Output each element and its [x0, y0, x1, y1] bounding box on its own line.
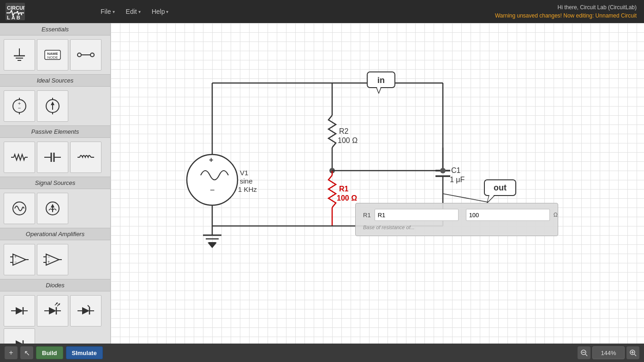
component-inductor[interactable]: [70, 142, 101, 173]
signal-sources-items: [0, 189, 110, 228]
svg-text:LAB: LAB: [7, 15, 22, 20]
bottom-toolbar: + ↖ Build SImulate: [0, 344, 644, 362]
component-voltage-source[interactable]: +−: [4, 90, 35, 122]
warning-text: Warning unsaved changes! Now editing: Un…: [495, 12, 637, 20]
component-ac-voltage[interactable]: [4, 193, 35, 224]
section-signal-sources: Signal Sources: [0, 177, 110, 189]
component-resistor[interactable]: [4, 142, 35, 173]
svg-marker-71: [82, 307, 89, 315]
passive-elements-items: [0, 138, 110, 177]
nav-menu: File ▾ Edit ▾ Help ▾: [92, 5, 173, 18]
svg-text:−: −: [48, 255, 50, 259]
svg-point-21: [78, 53, 81, 57]
svg-text:sine: sine: [240, 177, 253, 185]
svg-marker-76: [16, 340, 23, 344]
component-zener[interactable]: [70, 295, 101, 326]
section-essentials: Essentials: [0, 23, 110, 36]
svg-text:−: −: [14, 260, 17, 264]
svg-point-113: [440, 168, 446, 173]
svg-marker-45: [51, 204, 54, 208]
section-ideal-sources: Ideal Sources: [0, 74, 110, 87]
left-panel: Essentials NAMENODE Ideal Sources +− Pas…: [0, 23, 111, 344]
zoom-in-button[interactable]: [626, 346, 639, 359]
svg-line-136: [634, 354, 636, 356]
unit-label: Ω: [554, 212, 558, 218]
svg-text:1 KHz: 1 KHz: [238, 185, 257, 193]
diodes-items: [0, 291, 110, 344]
svg-text:+: +: [48, 260, 50, 264]
essentials-items: NAMENODE: [0, 36, 110, 74]
prop-note-text: Base of resistance of...: [363, 225, 415, 230]
svg-line-131: [443, 194, 487, 202]
component-thyristor[interactable]: [4, 328, 35, 344]
component-wire[interactable]: [70, 39, 101, 71]
simulate-button[interactable]: SImulate: [66, 346, 103, 359]
label-field-label: R1: [363, 212, 371, 219]
svg-text:CIRCUIT: CIRCUIT: [7, 5, 25, 11]
component-capacitor[interactable]: [37, 142, 68, 173]
label-field-input[interactable]: [375, 209, 459, 221]
op-amps-items: +− −+: [0, 240, 110, 279]
cursor-button[interactable]: ↖: [20, 346, 33, 359]
component-diode[interactable]: [4, 295, 35, 326]
svg-text:R2: R2: [339, 127, 349, 135]
svg-text:out: out: [494, 183, 507, 192]
component-led[interactable]: [37, 295, 68, 326]
svg-text:−: −: [210, 185, 215, 195]
header-info: Hi there, Circuit Lab (CircuitLab) Warni…: [495, 3, 644, 20]
svg-marker-63: [49, 307, 56, 315]
svg-text:NODE: NODE: [47, 55, 58, 59]
logo-icon: CIRCUIT LAB: [6, 3, 25, 20]
svg-point-23: [90, 53, 94, 57]
build-button[interactable]: Build: [36, 346, 63, 359]
logo: CIRCUIT LAB: [0, 3, 92, 20]
svg-text:in: in: [377, 76, 385, 85]
svg-text:C1: C1: [451, 166, 461, 174]
nav-edit[interactable]: Edit ▾: [121, 5, 145, 18]
add-button[interactable]: +: [5, 346, 18, 359]
svg-text:100 Ω: 100 Ω: [338, 136, 358, 144]
svg-text:R1: R1: [339, 185, 349, 193]
section-op-amps: Operational Amplifiers: [0, 228, 110, 240]
svg-line-73: [88, 305, 89, 307]
svg-line-133: [585, 354, 587, 356]
svg-marker-59: [16, 307, 23, 315]
ideal-sources-items: +−: [0, 87, 110, 125]
svg-marker-33: [51, 101, 54, 105]
circuit-diagram: + − R2 100 Ω R1 100 Ω V1 sine 1 KHz C1 1…: [111, 23, 644, 344]
prop-label-row: R1 Ω: [363, 209, 550, 221]
zoom-value-input[interactable]: [592, 346, 625, 359]
prop-note-row: Base of resistance of...: [363, 225, 550, 230]
svg-text:V1: V1: [240, 169, 248, 177]
component-name-node[interactable]: NAMENODE: [37, 39, 68, 71]
component-op-amp-noninvert[interactable]: +−: [4, 244, 35, 275]
nav-help[interactable]: Help ▾: [147, 5, 173, 18]
section-diodes: Diodes: [0, 279, 110, 291]
greeting-text: Hi there, Circuit Lab (CircuitLab): [495, 3, 637, 12]
svg-marker-112: [208, 243, 217, 248]
section-passive-elements: Passive Elements: [0, 125, 110, 138]
canvas-area[interactable]: + − R2 100 Ω R1 100 Ω V1 sine 1 KHz C1 1…: [111, 23, 644, 344]
component-ground[interactable]: [4, 39, 35, 71]
svg-text:+: +: [209, 156, 213, 164]
svg-text:100 Ω: 100 Ω: [337, 194, 357, 202]
svg-text:+: +: [14, 255, 17, 259]
zoom-out-button[interactable]: [578, 346, 590, 359]
nav-file[interactable]: File ▾: [96, 5, 119, 18]
svg-text:1 μF: 1 μF: [450, 176, 465, 184]
component-ac-current[interactable]: [37, 193, 68, 224]
header: CIRCUIT LAB File ▾ Edit ▾ Help ▾: [0, 0, 644, 23]
zoom-area: [578, 346, 639, 359]
component-op-amp-invert[interactable]: −+: [37, 244, 68, 275]
component-current-source[interactable]: [37, 90, 68, 122]
value-field-input[interactable]: [466, 209, 550, 221]
property-popup[interactable]: R1 Ω Base of resistance of...: [355, 203, 558, 236]
svg-text:−: −: [18, 105, 21, 111]
